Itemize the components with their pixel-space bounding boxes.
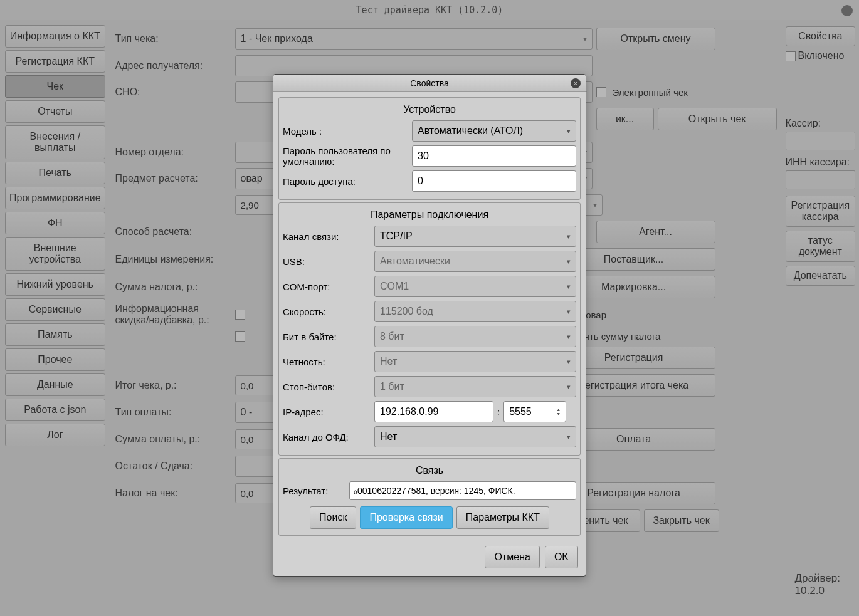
cancel-button[interactable]: Отмена: [485, 546, 539, 568]
model-label: Модель :: [283, 126, 408, 137]
usb-label: USB:: [283, 256, 371, 267]
userpwd-input[interactable]: 30: [412, 145, 576, 167]
stopbits-label: Стоп-битов:: [283, 382, 371, 392]
dialog-titlebar: Свойства ×: [273, 75, 586, 92]
connection-group: Параметры подключения Канал связи: TCP/I…: [278, 202, 581, 456]
model-select[interactable]: Автоматически (АТОЛ): [412, 120, 576, 142]
link-header: Связь: [283, 462, 576, 481]
com-label: COM-порт:: [283, 281, 371, 292]
test-connection-button[interactable]: Проверка связи: [360, 506, 452, 529]
ofd-select[interactable]: Нет: [374, 426, 576, 447]
device-group: Устройство Модель : Автоматически (АТОЛ)…: [278, 97, 581, 200]
ip-colon: :: [497, 407, 500, 417]
usb-select: Автоматически: [374, 251, 576, 272]
result-label: Результат:: [283, 486, 345, 496]
accesspwd-input[interactable]: 0: [412, 170, 576, 192]
userpwd-label: Пароль пользователя по умолчанию:: [283, 145, 408, 167]
bits-select: 8 бит: [374, 326, 576, 347]
device-header: Устройство: [283, 102, 576, 120]
dialog-title: Свойства: [410, 78, 448, 88]
ok-button[interactable]: OK: [545, 546, 578, 568]
link-group: Связь Результат: ₀00106202277581, версия…: [278, 458, 581, 536]
bits-label: Бит в байте:: [283, 331, 371, 342]
properties-dialog: Свойства × Устройство Модель : Автоматич…: [273, 74, 586, 577]
speed-label: Скорость:: [283, 306, 371, 317]
kkt-params-button[interactable]: Параметры ККТ: [456, 506, 549, 529]
connection-header: Параметры подключения: [283, 207, 576, 226]
ofd-label: Канал до ОФД:: [283, 432, 371, 442]
parity-label: Четность:: [283, 357, 371, 367]
accesspwd-label: Пароль доступа:: [283, 176, 408, 187]
stopbits-select: 1 бит: [374, 376, 576, 397]
result-display: ₀00106202277581, версия: 1245, ФИСК.: [349, 481, 576, 500]
ip-label: IP-адрес:: [283, 407, 371, 417]
dialog-close-icon[interactable]: ×: [571, 78, 581, 88]
ip-input[interactable]: 192.168.0.99: [374, 401, 493, 422]
com-select: COM1: [374, 276, 576, 297]
port-input[interactable]: 5555▲▼: [503, 401, 566, 422]
parity-select: Нет: [374, 351, 576, 372]
speed-select: 115200 бод: [374, 301, 576, 322]
channel-select[interactable]: TCP/IP: [374, 226, 576, 247]
search-button[interactable]: Поиск: [310, 506, 356, 529]
channel-label: Канал связи:: [283, 231, 371, 242]
